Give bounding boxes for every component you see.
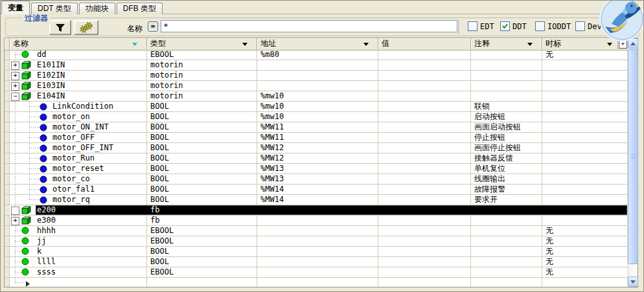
tab-dfb-types[interactable]: DFB 类型: [117, 3, 163, 14]
value-cell: [378, 153, 471, 163]
name-cell: motor_rq: [10, 195, 147, 205]
checkbox-box-edt[interactable]: [468, 21, 477, 31]
row-gutter: [5, 185, 10, 194]
column-header-comment[interactable]: 注释: [471, 38, 542, 49]
filter-dropdown-arrow-icon[interactable]: [132, 43, 137, 46]
tree-line: [15, 174, 16, 184]
collapse-minus-box-icon[interactable]: −: [11, 93, 19, 101]
filter-dropdown-arrow-icon[interactable]: [242, 43, 247, 46]
table-row[interactable]: LinkConditionBOOL%mw10联锁: [5, 102, 627, 112]
filter-funnel-button[interactable]: [49, 20, 71, 35]
empty-cell: [471, 278, 542, 287]
tab-ddt-types[interactable]: DDT 类型: [31, 3, 78, 14]
table-row[interactable]: +e300fb: [5, 216, 627, 226]
table-row[interactable]: motor_rqBOOL%MW14要求开: [5, 195, 627, 205]
address-cell: [257, 257, 378, 267]
filter-settings-button[interactable]: [74, 20, 98, 35]
comment-cell: 要求开: [471, 195, 542, 205]
table-row[interactable]: +e200fb: [5, 205, 627, 216]
name-cell: LinkCondition: [10, 102, 147, 111]
table-row[interactable]: motor_onBOOL%mw10启动按钮: [5, 112, 627, 122]
checkbox-box-device-ddt[interactable]: [575, 21, 585, 31]
checkbox-box-ddt[interactable]: [500, 21, 510, 31]
row-gutter: [5, 226, 10, 236]
scroll-down-button[interactable]: [628, 276, 638, 287]
table-row[interactable]: ssssEBOOL无: [5, 267, 627, 278]
variable-name: E104IN: [37, 91, 65, 101]
table-new-row[interactable]: [5, 278, 627, 287]
table-row[interactable]: motor_ON_INTBOOL%MW11画面启动按钮: [5, 122, 627, 133]
table-row[interactable]: motor_RunBOOL%MW12接触器反馈: [5, 153, 627, 164]
table-row[interactable]: motor_OFF_INTBOOL%MW12画面停止按钮: [5, 143, 627, 153]
checkbox-ddt[interactable]: DDT: [500, 21, 527, 31]
expand-plus-box-icon[interactable]: +: [11, 72, 19, 80]
table-row[interactable]: motor_coBOOL%MW13线圈输出: [5, 174, 627, 185]
filter-pattern-input[interactable]: [161, 20, 457, 32]
table-row[interactable]: +E103INmotorin: [5, 81, 627, 91]
tree-line: [29, 106, 40, 107]
table-row[interactable]: motor_OFFBOOL%MW11停止按钮: [5, 133, 627, 143]
vertical-scrollbar[interactable]: [627, 38, 638, 287]
timestamp-cell: 无: [542, 257, 627, 267]
filter-equals-button[interactable]: =: [148, 21, 158, 32]
variable-name: motor_co: [52, 174, 90, 184]
checkbox-label: DDT: [512, 22, 527, 31]
tree-line: [29, 137, 40, 138]
table-row[interactable]: kBOOL无: [5, 247, 627, 257]
table-row[interactable]: hhhhEBOOL无: [5, 226, 627, 236]
value-cell: [378, 247, 471, 256]
timestamp-cell: [542, 91, 627, 101]
address-cell: [257, 205, 378, 215]
name-cell: motor_ON_INT: [10, 122, 147, 132]
filter-dropdown-arrow-icon[interactable]: [363, 43, 369, 46]
tab-function-blocks[interactable]: 功能块: [79, 3, 115, 14]
expand-plus-box-icon[interactable]: +: [11, 207, 19, 215]
filter-legend: 过滤器: [22, 13, 51, 24]
column-header-name[interactable]: 名称: [10, 38, 147, 49]
name-cell: motor_OFF: [10, 133, 147, 142]
table-row[interactable]: ddEBOOL%m80无: [5, 50, 627, 60]
row-gutter: [5, 174, 10, 184]
column-header-type[interactable]: 类型: [147, 38, 257, 49]
table-row[interactable]: +E102INmotorin: [5, 71, 627, 81]
checkbox-label: EDT: [480, 22, 494, 31]
checkbox-edt[interactable]: EDT: [468, 21, 494, 31]
header-gutter: [5, 38, 10, 49]
value-cell: [378, 216, 471, 225]
value-cell: [378, 91, 471, 101]
address-cell: %MW12: [257, 143, 378, 153]
expand-plus-box-icon[interactable]: +: [11, 82, 19, 91]
table-row[interactable]: +E101INmotorin: [5, 60, 627, 71]
tab-variables[interactable]: 变量: [1, 1, 30, 14]
variable-name: motor_on: [52, 112, 90, 122]
checkbox-ioddt[interactable]: IODDT: [535, 21, 571, 31]
table-row[interactable]: llllBOOL无: [5, 257, 627, 267]
name-cell: motor_Run: [10, 153, 147, 163]
table-row[interactable]: otor_fal1BOOL%MW14故障报警: [5, 185, 627, 195]
address-cell: [257, 81, 378, 91]
row-gutter: [5, 164, 10, 174]
table-row[interactable]: −E104INmotorin%mw10: [5, 91, 627, 102]
timestamp-cell: [542, 195, 627, 205]
row-gutter: [5, 133, 10, 142]
row-gutter: [5, 257, 10, 267]
filter-dropdown-arrow-icon[interactable]: [527, 43, 533, 46]
table-row[interactable]: motor_resetBOOL%MW13单机复位: [5, 164, 627, 174]
column-header-value[interactable]: 值: [378, 38, 471, 49]
tree-line: [15, 143, 16, 153]
variable-name: e200: [37, 205, 56, 215]
checkbox-box-ioddt[interactable]: [535, 21, 545, 31]
type-cell: BOOL: [147, 247, 257, 256]
address-cell: [257, 71, 378, 80]
expand-plus-box-icon[interactable]: +: [11, 62, 19, 70]
table-row[interactable]: jjEBOOL无: [5, 236, 627, 247]
expand-plus-box-icon[interactable]: +: [11, 217, 19, 225]
comment-cell: 单机复位: [471, 164, 542, 174]
comment-cell: 画面停止按钮: [471, 143, 542, 153]
scrollbar-thumb[interactable]: [628, 49, 638, 264]
column-header-addr[interactable]: 地址: [257, 38, 378, 49]
variable-name: LinkCondition: [52, 102, 113, 111]
name-cell: motor_co: [10, 174, 147, 184]
name-cell: +E103IN: [10, 81, 147, 91]
variable-name: motor_OFF: [52, 133, 95, 142]
